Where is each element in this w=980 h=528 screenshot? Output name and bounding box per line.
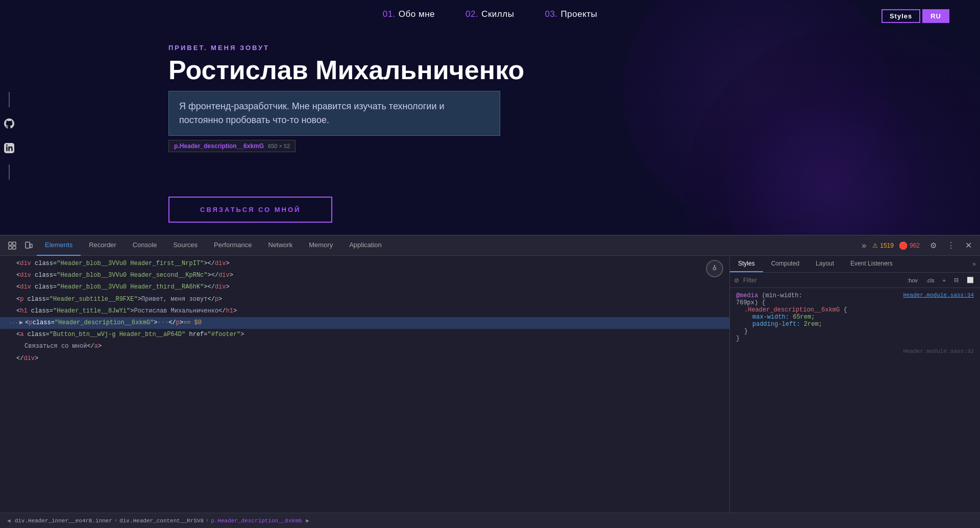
tab-sources[interactable]: Sources (165, 235, 206, 256)
tab-network[interactable]: Network (260, 235, 301, 256)
styles-tab-more[interactable]: » (968, 256, 980, 272)
css-brace-close-outer: } (736, 335, 740, 342)
filter-icon: ⊘ (734, 277, 739, 284)
svg-rect-0 (9, 242, 12, 245)
dom-line-4: <p class="Header_subtitle__R9FXE">Привет… (0, 294, 729, 305)
styles-tabs: Styles Computed Layout Event Listeners » (730, 256, 980, 273)
nav-label-3: Проекты (561, 9, 598, 19)
css-at-rule: @media (736, 292, 758, 299)
svg-point-6 (714, 265, 716, 267)
dom-arrow-collapsed[interactable]: ▶ (19, 318, 23, 328)
nav-label-2: Скиллы (481, 9, 514, 19)
nav-link-projects[interactable]: 03.Проекты (545, 9, 597, 19)
sidebar-line-bottom (9, 164, 10, 180)
css-brace-inner: } (736, 328, 974, 335)
hero-description: Я фронтенд-разработчик. Мне нравится изу… (168, 91, 500, 136)
hero-title: Ростислав Михальниченко (168, 56, 980, 85)
styles-panel: Styles Computed Layout Event Listeners »… (730, 256, 980, 513)
styles-tab-event-listeners[interactable]: Event Listeners (842, 256, 901, 272)
breadcrumb-item-1[interactable]: div.Header_inner__eo4rB.inner (15, 518, 112, 524)
dom-line-9: </div> (0, 353, 729, 365)
website-nav: 01.Обо мне 02.Скиллы 03.Проекты Styles R… (0, 0, 980, 29)
warn-icon: ⚠ (872, 242, 878, 249)
tooltip-dims: 650 × 52 (268, 143, 290, 149)
tab-memory[interactable]: Memory (301, 235, 341, 256)
dom-ellipsis-left: ··· (9, 319, 18, 327)
styles-tab-computed[interactable]: Computed (763, 256, 807, 272)
css-brace-open: { (843, 306, 847, 314)
styles-tab-styles[interactable]: Styles (730, 256, 763, 272)
more-tabs-button[interactable]: » (857, 239, 870, 252)
filter-add-button[interactable]: + (941, 276, 948, 284)
svg-rect-2 (9, 246, 12, 249)
styles-filter-input[interactable] (743, 277, 901, 284)
hero-description-wrap: Я фронтенд-разработчик. Мне нравится изу… (168, 91, 500, 136)
css-brace-outer: } (736, 335, 974, 342)
breadcrumb-arrow-1: › (113, 518, 118, 523)
tooltip-class: p.Header_description__6xkmG (174, 142, 264, 150)
dom-line-3: <div class="Header_blob__3VVu0 Header_th… (0, 281, 729, 293)
css-prop-val-padding: 2rem; (804, 321, 822, 328)
breadcrumb-chevron-right[interactable]: ▶ (303, 517, 312, 524)
css-source-rule[interactable]: Header.module.sass:32 (736, 348, 974, 354)
nav-num-1: 01. (383, 9, 396, 19)
tab-performance[interactable]: Performance (206, 235, 260, 256)
nav-link-about[interactable]: 01.Обо мне (383, 9, 435, 19)
breadcrumb-item-2[interactable]: div.Header_content__RrSV8 (119, 518, 204, 524)
styles-filter-row: ⊘ :hov .cls + ⊟ ⬜ (730, 273, 980, 288)
css-source-media[interactable]: Header.module.sass:34 (903, 292, 974, 298)
element-tooltip: p.Header_description__6xkmG 650 × 52 (168, 140, 296, 152)
cta-wrap: СВЯЗАТЬСЯ СО МНОЙ (168, 197, 332, 223)
devtools-right-controls: » ⚠ 1519 🛑 962 ⚙ ⋮ ✕ (857, 238, 976, 252)
filter-color-button[interactable]: ⬜ (965, 276, 976, 284)
css-prop-maxwidth: max-width: 65rem; (736, 314, 974, 321)
tab-console[interactable]: Console (125, 235, 165, 256)
css-brace-close-inner: } (744, 328, 748, 335)
nav-link-skills[interactable]: 02.Скиллы (465, 9, 514, 19)
lang-en-button[interactable]: Styles (881, 9, 920, 23)
css-media-rule: @media (min-width: Header.module.sass:34… (736, 292, 974, 342)
css-prop-val-maxwidth: 65rem; (793, 314, 815, 321)
settings-button[interactable]: ⚙ (926, 239, 941, 252)
devtools: Elements Recorder Console Sources Perfor… (0, 235, 980, 528)
tab-elements[interactable]: Elements (37, 235, 81, 256)
dom-line-5: <h1 class="Header_title__8JwYi">Ростисла… (0, 305, 729, 317)
css-prop-name-padding: padding-left: (752, 321, 800, 328)
breadcrumb-chevron-left[interactable]: ◀ (4, 517, 14, 524)
device-toggle-icon[interactable] (20, 239, 37, 252)
nav-num-2: 02. (465, 9, 478, 19)
filter-layout-button[interactable]: ⊟ (952, 276, 961, 284)
tab-recorder[interactable]: Recorder (81, 235, 124, 256)
styles-tab-layout[interactable]: Layout (807, 256, 842, 272)
dom-line-6-selected[interactable]: ··· ▶ <p class="Header_description__6xkm… (0, 317, 729, 329)
cta-button[interactable]: СВЯЗАТЬСЯ СО МНОЙ (168, 197, 332, 223)
dom-line-8: Связаться со мной</a> (0, 341, 729, 352)
breadcrumb-arrow-2: › (205, 518, 210, 523)
svg-rect-4 (26, 242, 30, 248)
hero-content: ПРИВЕТ. МЕНЯ ЗОВУТ Ростислав Михальничен… (0, 29, 980, 136)
svg-rect-1 (13, 242, 16, 245)
hero-subtitle: ПРИВЕТ. МЕНЯ ЗОВУТ (168, 44, 980, 52)
devtools-breadcrumb: ◀ div.Header_inner__eo4rB.inner › div.He… (0, 513, 980, 528)
linkedin-icon[interactable] (0, 140, 18, 156)
lang-switcher: Styles RU (881, 9, 949, 23)
css-selector-block: .Header_description__6xkmG { (736, 306, 974, 314)
more-options-button[interactable]: ⋮ (943, 238, 959, 252)
css-prop-name-maxwidth: max-width: (752, 314, 789, 321)
select-element-icon[interactable] (4, 239, 20, 252)
err-count: 962 (910, 242, 920, 249)
dom-line-7: <a class="Button_btn__wVj-g Header_btn__… (0, 329, 729, 341)
filter-hov-button[interactable]: :hov (905, 276, 920, 284)
css-prop-padding: padding-left: 2rem; (736, 321, 974, 328)
svg-rect-3 (13, 246, 16, 249)
breadcrumb-item-3[interactable]: p.Header_description__6xkmG (211, 518, 302, 524)
close-devtools-button[interactable]: ✕ (961, 238, 976, 252)
tab-application[interactable]: Application (341, 235, 390, 256)
css-selector: .Header_description__6xkmG (744, 306, 840, 314)
accessibility-button[interactable] (706, 260, 723, 277)
lang-ru-button[interactable]: RU (922, 9, 949, 23)
styles-content: @media (min-width: Header.module.sass:34… (730, 288, 980, 513)
dom-line-2: <div class="Header_blob__3VVu0 Header_se… (0, 270, 729, 281)
nav-label-1: Обо мне (399, 9, 435, 19)
filter-cls-button[interactable]: .cls (924, 276, 937, 284)
